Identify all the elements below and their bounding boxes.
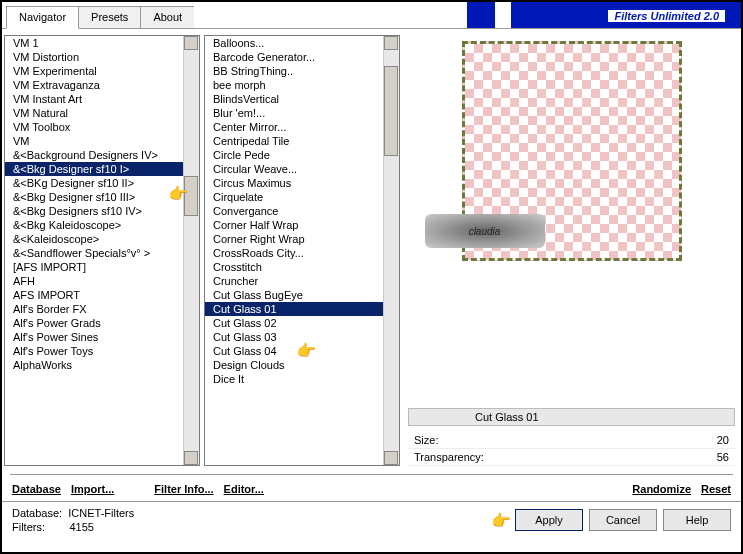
list-item[interactable]: VM Toolbox [5,120,183,134]
list-item[interactable]: Cut Glass 02 [205,316,383,330]
list-item[interactable]: &<Bkg Kaleidoscope> [5,218,183,232]
scroll-down-icon[interactable] [184,451,198,465]
filters-list[interactable]: Balloons...Barcode Generator...BB String… [205,36,383,465]
pointer-icon: 👉 [491,511,511,530]
list-item[interactable]: Convergance [205,204,383,218]
header-bar: Navigator Presets About Filters Unlimite… [2,2,741,28]
database-link[interactable]: Database [12,483,61,495]
cancel-button[interactable]: Cancel [589,509,657,531]
list-item[interactable]: Alf's Power Toys [5,344,183,358]
list-item[interactable]: Circular Weave... [205,162,383,176]
list-item[interactable]: &<BKg Designer sf10 II> [5,176,183,190]
list-item[interactable]: Cut Glass 01 [205,302,383,316]
list-item[interactable]: Cruncher [205,274,383,288]
categories-column: VM 1VM DistortionVM ExperimentalVM Extra… [2,29,202,472]
scroll-up-icon[interactable] [384,36,398,50]
separator [10,474,733,475]
help-button[interactable]: Help [663,509,731,531]
list-item[interactable]: Center Mirror... [205,120,383,134]
selected-filter-name: Cut Glass 01 [469,409,545,425]
categories-scrollbar[interactable] [183,36,199,465]
list-item[interactable]: VM Distortion [5,50,183,64]
filters-count-label: Filters: [12,521,45,533]
filters-column: Balloons...Barcode Generator...BB String… [202,29,402,472]
list-item[interactable]: AFH [5,274,183,288]
list-item[interactable]: Corner Half Wrap [205,218,383,232]
scroll-thumb[interactable] [384,66,398,156]
apply-button[interactable]: Apply [515,509,583,531]
list-item[interactable]: Crosstitch [205,260,383,274]
param-row: Transparency:56 [408,449,735,466]
list-item[interactable]: Centripedal Tile [205,134,383,148]
tab-navigator[interactable]: Navigator [6,6,79,29]
filterinfo-link[interactable]: Filter Info... [154,483,213,495]
preview-area: claudia [408,35,735,404]
import-link[interactable]: Import... [71,483,114,495]
list-item[interactable]: bee morph [205,78,383,92]
list-item[interactable]: AlphaWorks [5,358,183,372]
list-item[interactable]: Design Clouds [205,358,383,372]
list-item[interactable]: &<Kaleidoscope> [5,232,183,246]
param-value: 20 [717,434,729,446]
list-item[interactable]: CrossRoads City... [205,246,383,260]
list-item[interactable]: &<Sandflower Specials°v° > [5,246,183,260]
list-item[interactable]: Circus Maximus [205,176,383,190]
list-item[interactable]: Dice It [205,372,383,386]
list-item[interactable]: Alf's Power Grads [5,316,183,330]
categories-list[interactable]: VM 1VM DistortionVM ExperimentalVM Extra… [5,36,183,465]
param-label: Size: [414,434,438,446]
main-content: VM 1VM DistortionVM ExperimentalVM Extra… [2,28,741,472]
scroll-thumb[interactable] [184,176,198,216]
list-item[interactable]: Barcode Generator... [205,50,383,64]
list-item[interactable]: BlindsVertical [205,92,383,106]
randomize-link[interactable]: Randomize [632,483,691,495]
parameters-panel: Cut Glass 01 Size:20Transparency:56 [408,408,735,466]
list-item[interactable]: Circle Pede [205,148,383,162]
tab-presets[interactable]: Presets [78,6,141,28]
list-item[interactable]: [AFS IMPORT] [5,260,183,274]
preview-image: claudia [462,41,682,261]
list-item[interactable]: Alf's Power Sines [5,330,183,344]
list-item[interactable]: Cut Glass 04 [205,344,383,358]
editor-link[interactable]: Editor... [224,483,264,495]
app-title: Filters Unlimited 2.0 [194,2,741,28]
list-item[interactable]: VM Experimental [5,64,183,78]
list-item[interactable]: VM 1 [5,36,183,50]
param-label: Transparency: [414,451,484,463]
list-item[interactable]: Alf's Border FX [5,302,183,316]
footer: Database: ICNET-Filters Filters: 4155 👉 … [2,501,741,538]
list-item[interactable]: VM Natural [5,106,183,120]
param-row: Size:20 [408,432,735,449]
db-label: Database: [12,507,62,519]
link-bar: Database Import... Filter Info... Editor… [2,477,741,501]
list-item[interactable]: BB StringThing.. [205,64,383,78]
tab-about[interactable]: About [140,6,195,28]
watermark-badge: claudia [425,214,545,248]
list-item[interactable]: VM Extravaganza [5,78,183,92]
scroll-up-icon[interactable] [184,36,198,50]
list-item[interactable]: &<Bkg Designer sf10 I> [5,162,183,176]
list-item[interactable]: VM [5,134,183,148]
scroll-down-icon[interactable] [384,451,398,465]
list-item[interactable]: Corner Right Wrap [205,232,383,246]
preview-column: claudia Cut Glass 01 Size:20Transparency… [402,29,741,472]
list-item[interactable]: Cut Glass 03 [205,330,383,344]
db-value: ICNET-Filters [68,507,134,519]
list-item[interactable]: &<Bkg Designer sf10 III> [5,190,183,204]
list-item[interactable]: Cut Glass BugEye [205,288,383,302]
list-item[interactable]: Blur 'em!... [205,106,383,120]
list-item[interactable]: &<Background Designers IV> [5,148,183,162]
list-item[interactable]: VM Instant Art [5,92,183,106]
filters-count-value: 4155 [69,521,93,533]
list-item[interactable]: &<Bkg Designers sf10 IV> [5,204,183,218]
list-item[interactable]: AFS IMPORT [5,288,183,302]
list-item[interactable]: Cirquelate [205,190,383,204]
list-item[interactable]: Balloons... [205,36,383,50]
tab-strip: Navigator Presets About [6,6,194,28]
footer-info: Database: ICNET-Filters Filters: 4155 [12,506,491,534]
reset-link[interactable]: Reset [701,483,731,495]
filters-scrollbar[interactable] [383,36,399,465]
param-value: 56 [717,451,729,463]
